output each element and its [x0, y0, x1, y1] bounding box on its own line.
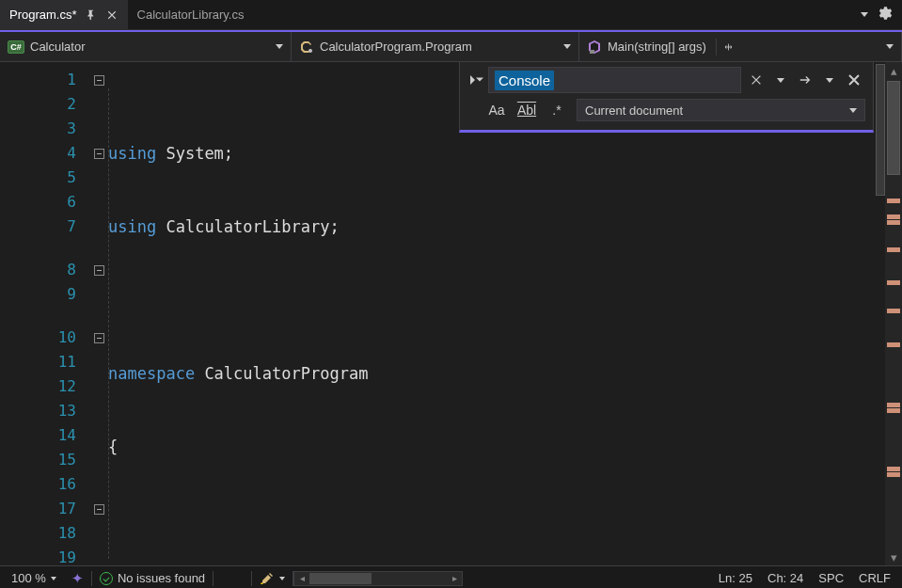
- fold-toggle[interactable]: [94, 149, 104, 159]
- tab-calculator-library[interactable]: CalculatorLibrary.cs: [128, 0, 254, 29]
- find-term: Console: [495, 71, 554, 90]
- code-text[interactable]: using System; using CalculatorLibrary; n…: [108, 62, 902, 565]
- fold-toggle[interactable]: [94, 75, 104, 86]
- nav-member-label: Main(string[] args): [608, 40, 706, 54]
- find-scope-label: Current document: [585, 103, 683, 118]
- nav-project-dropdown[interactable]: C# Calculator: [0, 32, 292, 61]
- fold-column: [89, 62, 108, 565]
- scrollbar-thumb[interactable]: [887, 81, 900, 175]
- close-icon[interactable]: [105, 8, 119, 22]
- pin-icon[interactable]: [85, 8, 98, 22]
- vertical-scrollbar[interactable]: ▴ ▾: [885, 62, 902, 565]
- fold-toggle[interactable]: [94, 333, 104, 343]
- match-case-toggle[interactable]: Aa: [486, 103, 507, 118]
- tab-label: Program.cs*: [9, 8, 77, 22]
- line-number-gutter: 1 2 3 4 5 6 7 8 9 10 11 12 13 14 15 16 1…: [0, 62, 89, 565]
- overview-ruler[interactable]: [876, 62, 885, 565]
- gear-icon[interactable]: [876, 5, 893, 24]
- svg-rect-1: [590, 50, 594, 54]
- chevron-down-icon: [276, 44, 283, 49]
- find-panel: Console Aa Abl .* Current docum: [459, 62, 874, 133]
- regex-toggle[interactable]: .*: [546, 103, 567, 118]
- chevron-down-icon: [849, 108, 857, 113]
- find-scope-dropdown[interactable]: Current document: [577, 99, 865, 121]
- find-close-button[interactable]: [745, 69, 767, 91]
- find-options-dropdown[interactable]: [769, 69, 792, 91]
- svg-point-0: [309, 49, 312, 53]
- find-options-dropdown-2[interactable]: [818, 69, 841, 91]
- chevron-down-icon: [563, 44, 571, 49]
- horizontal-scrollbar[interactable]: ◂ ▸: [293, 571, 463, 586]
- fold-toggle[interactable]: [94, 504, 104, 515]
- find-expand-toggle[interactable]: [467, 75, 484, 85]
- find-input[interactable]: Console: [488, 67, 741, 93]
- nav-member-dropdown[interactable]: Main(string[] args): [579, 32, 902, 61]
- checkmark-icon: [100, 572, 113, 585]
- nav-class-label: CalculatorProgram.Program: [320, 40, 472, 54]
- chevron-down-icon: [886, 44, 894, 49]
- class-icon: [299, 40, 314, 55]
- find-next-button[interactable]: [794, 69, 816, 91]
- whole-word-toggle[interactable]: Abl: [516, 103, 537, 118]
- method-icon: [587, 40, 602, 55]
- fold-toggle[interactable]: [94, 265, 104, 276]
- chevron-down-icon: [51, 577, 56, 580]
- split-editor-icon[interactable]: [716, 39, 733, 56]
- csharp-badge-icon: C#: [8, 40, 24, 54]
- scroll-up-icon[interactable]: ▴: [885, 62, 902, 79]
- nav-class-dropdown[interactable]: CalculatorProgram.Program: [292, 32, 579, 61]
- tab-program-cs[interactable]: Program.cs*: [0, 0, 128, 29]
- scrollbar-thumb[interactable]: [309, 573, 372, 584]
- nav-project-label: Calculator: [30, 40, 86, 54]
- navigation-bar: C# Calculator CalculatorProgram.Program …: [0, 32, 902, 62]
- scroll-down-icon[interactable]: ▾: [885, 548, 902, 565]
- tab-bar: Program.cs* CalculatorLibrary.cs: [0, 0, 902, 30]
- tab-label: CalculatorLibrary.cs: [137, 8, 245, 22]
- tab-overflow-icon[interactable]: [861, 12, 868, 17]
- code-editor[interactable]: Console Aa Abl .* Current docum: [0, 62, 902, 565]
- find-close-panel-button[interactable]: [843, 69, 865, 91]
